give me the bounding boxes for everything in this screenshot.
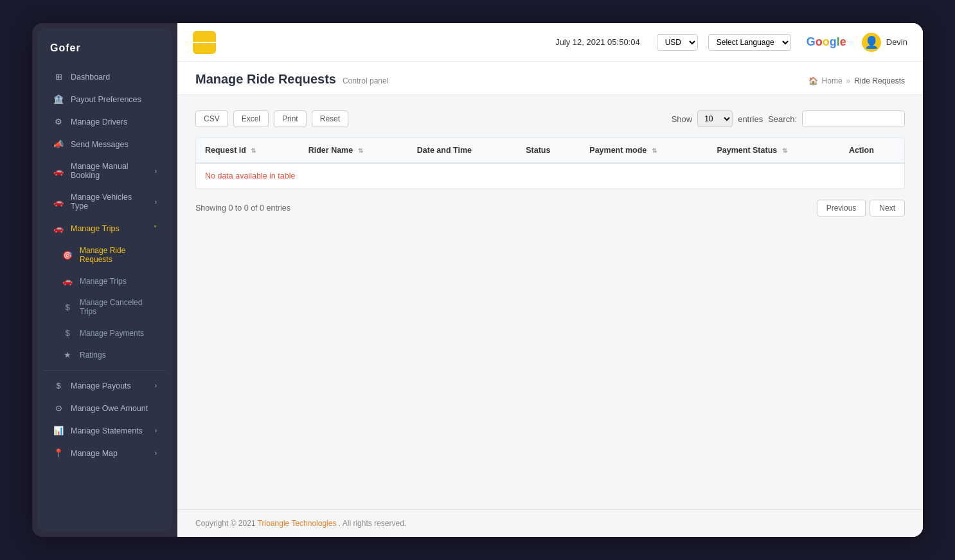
language-select[interactable]: Select Language xyxy=(708,34,791,51)
sidebar-item-label: Manage Trips xyxy=(80,277,127,286)
sidebar-item-label: Manage Owe Amount xyxy=(71,404,148,413)
user-menu[interactable]: 👤 Devin xyxy=(862,33,907,52)
sidebar-item-label: Manage Map xyxy=(71,449,118,458)
pagination: Previous Next xyxy=(817,200,905,216)
page-title: Manage Ride Requests xyxy=(195,72,336,87)
sidebar-item-manual-booking[interactable]: 🚗 Manage Manual Booking › xyxy=(41,156,168,186)
sidebar-item-manage-drivers[interactable]: ⚙ Manage Drivers xyxy=(41,111,168,132)
messages-icon: 📣 xyxy=(53,139,64,149)
sidebar-item-manage-payments[interactable]: $ Manage Payments xyxy=(41,322,168,344)
print-button[interactable]: Print xyxy=(274,110,307,127)
chevron-icon: › xyxy=(155,382,157,389)
trips-sub-icon: 🚗 xyxy=(62,276,73,286)
sidebar-item-dashboard[interactable]: ⊞ Dashboard xyxy=(41,66,168,87)
main-content: July 12, 2021 05:50:04 USD Select Langua… xyxy=(177,23,923,537)
currency-select[interactable]: USD xyxy=(657,34,698,51)
sidebar-item-label: Manage Manual Booking xyxy=(71,162,148,180)
breadcrumb: 🏠 Home » Ride Requests xyxy=(808,76,905,85)
sidebar-item-canceled-trips[interactable]: $ Manage Canceled Trips xyxy=(41,292,168,322)
table-body: No data available in table xyxy=(196,163,904,189)
page-subtitle: Control panel xyxy=(343,76,388,85)
csv-button[interactable]: CSV xyxy=(195,110,228,127)
sidebar-item-manage-payouts[interactable]: $ Manage Payouts › xyxy=(41,375,168,396)
table-footer: Showing 0 to 0 of 0 entries Previous Nex… xyxy=(195,200,905,216)
menu-button[interactable] xyxy=(193,31,216,54)
col-payment-status[interactable]: Payment Status ⇅ xyxy=(708,138,839,163)
show-entries-select[interactable]: 10 25 50 100 xyxy=(697,110,733,127)
trips-submenu: 🎯 Manage Ride Requests 🚗 Manage Trips $ … xyxy=(37,240,172,366)
col-request-id[interactable]: Request id ⇅ xyxy=(196,138,299,163)
drivers-icon: ⚙ xyxy=(53,117,64,127)
chevron-icon: › xyxy=(155,198,157,206)
home-icon: 🏠 xyxy=(808,76,818,85)
sidebar-item-vehicles-type[interactable]: 🚗 Manage Vehicles Type › xyxy=(41,187,168,216)
topbar-datetime: July 12, 2021 05:50:04 xyxy=(555,37,640,47)
sidebar-item-manage-trips[interactable]: 🚗 Manage Trips ˅ xyxy=(41,218,168,239)
sidebar-item-label: Manage Ride Requests xyxy=(80,246,157,264)
sidebar-item-label: Ratings xyxy=(80,351,106,360)
content-area: CSV Excel Print Reset Show 10 25 50 100 … xyxy=(177,95,923,509)
col-rider-name[interactable]: Rider Name ⇅ xyxy=(299,138,408,163)
sidebar-item-manage-statements[interactable]: 📊 Manage Statements › xyxy=(41,420,168,441)
sidebar-item-label: Send Messages xyxy=(71,140,129,149)
reset-button[interactable]: Reset xyxy=(312,110,348,127)
canceled-icon: $ xyxy=(62,302,73,312)
next-button[interactable]: Next xyxy=(870,200,905,216)
sidebar: Gofer ⊞ Dashboard 🏦 Payout Preferences ⚙… xyxy=(37,28,172,532)
company-link[interactable]: Trioangle Technologies xyxy=(258,519,337,528)
topbar: July 12, 2021 05:50:04 USD Select Langua… xyxy=(177,23,923,62)
sidebar-item-label: Manage Payments xyxy=(80,329,144,338)
show-label: Show xyxy=(672,114,693,124)
statements-icon: 📊 xyxy=(53,426,64,435)
col-date-time[interactable]: Date and Time xyxy=(408,138,517,163)
hamburger-icon xyxy=(201,42,208,43)
sidebar-item-manage-map[interactable]: 📍 Manage Map › xyxy=(41,442,168,464)
sidebar-item-ride-requests[interactable]: 🎯 Manage Ride Requests xyxy=(41,240,168,270)
vehicles-icon: 🚗 xyxy=(53,197,64,207)
sidebar-item-label: Manage Statements xyxy=(71,426,143,435)
search-input[interactable] xyxy=(802,110,905,127)
sidebar-logo: Gofer xyxy=(37,28,172,66)
payments-icon: $ xyxy=(62,328,73,338)
search-label: Search: xyxy=(768,114,797,124)
col-payment-mode[interactable]: Payment mode ⇅ xyxy=(580,138,708,163)
breadcrumb-home[interactable]: Home xyxy=(822,76,843,85)
trips-icon: 🚗 xyxy=(53,223,64,233)
previous-button[interactable]: Previous xyxy=(817,200,866,216)
chevron-icon: › xyxy=(155,168,157,175)
showing-text: Showing 0 to 0 of 0 entries xyxy=(195,204,290,213)
no-data-cell: No data available in table xyxy=(196,163,904,189)
breadcrumb-separator: » xyxy=(846,76,851,85)
sidebar-item-label: Manage Trips xyxy=(71,224,120,233)
payouts-icon: $ xyxy=(53,381,64,390)
col-status[interactable]: Status xyxy=(517,138,580,163)
excel-button[interactable]: Excel xyxy=(233,110,269,127)
divider xyxy=(44,370,166,371)
sidebar-item-label: Payout Preferences xyxy=(71,95,141,104)
rights-text: . All rights reserved. xyxy=(339,519,406,528)
sidebar-item-label: Manage Vehicles Type xyxy=(71,193,148,211)
page-header: Manage Ride Requests Control panel 🏠 Hom… xyxy=(177,62,923,95)
sidebar-item-payout-preferences[interactable]: 🏦 Payout Preferences xyxy=(41,89,168,110)
ride-requests-icon: 🎯 xyxy=(62,250,73,260)
footer: Copyright © 2021 Trioangle Technologies … xyxy=(177,509,923,537)
dashboard-icon: ⊞ xyxy=(53,72,64,82)
sidebar-item-manage-owe-amount[interactable]: ⊙ Manage Owe Amount xyxy=(41,398,168,419)
map-icon: 📍 xyxy=(53,448,64,458)
table-controls-right: Show 10 25 50 100 entries Search: xyxy=(672,110,905,127)
no-data-row: No data available in table xyxy=(196,163,904,189)
sort-icon: ⇅ xyxy=(251,147,256,154)
hamburger-icon xyxy=(208,42,216,43)
sidebar-item-ratings[interactable]: ★ Ratings xyxy=(41,344,168,365)
chevron-icon: › xyxy=(155,450,157,457)
sort-icon: ⇅ xyxy=(358,147,363,154)
booking-icon: 🚗 xyxy=(53,166,64,176)
sort-icon: ⇅ xyxy=(652,147,657,154)
owe-icon: ⊙ xyxy=(53,403,64,413)
sidebar-item-send-messages[interactable]: 📣 Send Messages xyxy=(41,134,168,155)
hamburger-icon xyxy=(193,42,201,43)
breadcrumb-current: Ride Requests xyxy=(854,76,905,85)
sidebar-item-label: Manage Drivers xyxy=(71,118,127,127)
sidebar-item-trips-sub[interactable]: 🚗 Manage Trips xyxy=(41,270,168,292)
username: Devin xyxy=(886,37,907,47)
